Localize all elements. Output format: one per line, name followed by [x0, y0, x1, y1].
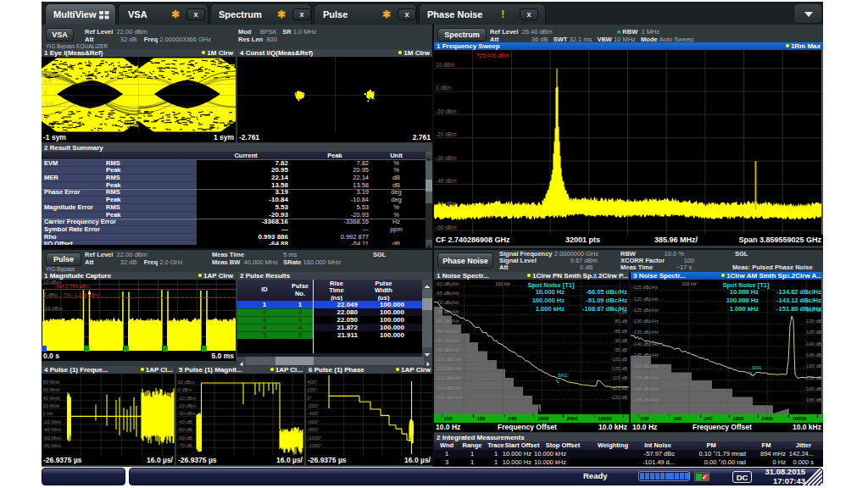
svg-text:0°: 0° [308, 396, 313, 401]
svg-text:-60 dBc/Hz: -60 dBc/Hz [436, 281, 459, 286]
svg-text:-40 MHz: -40 MHz [43, 427, 62, 432]
svg-text:-60 dB: -60 dB [178, 435, 192, 441]
svg-text:-60 dBm: -60 dBm [436, 225, 457, 230]
svg-text:-160 dB: -160 dB [804, 386, 821, 391]
svg-text:-130 dBc/Hz: -130 dBc/Hz [632, 319, 659, 324]
svg-text:-151.80 dBc/Hz: -151.80 dBc/Hz [776, 305, 821, 313]
svg-text:-1000°: -1000° [308, 435, 322, 441]
svg-text:10.000 Hz: 10.000 Hz [730, 288, 759, 296]
svg-text:-20 dBm: -20 dBm [178, 403, 197, 408]
svg-text:-165 dBc/Hz: -165 dBc/Hz [632, 397, 659, 402]
svg-text:-130 dB: -130 dB [804, 319, 821, 324]
svg-text:-85 dB: -85 dB [614, 329, 628, 334]
svg-text:-66.05 dBc/Hz: -66.05 dBc/Hz [586, 288, 627, 296]
svg-text:-145 dBc/Hz: -145 dBc/Hz [632, 352, 659, 358]
svg-text:-120 dB: -120 dB [610, 395, 627, 400]
svg-text:-60 MHz: -60 MHz [43, 435, 62, 441]
svg-text:-0.5: -0.5 [44, 101, 53, 106]
svg-text:-110 dB: -110 dB [611, 375, 627, 380]
svg-text:-120 dBc/Hz: -120 dBc/Hz [436, 395, 462, 400]
svg-text:-95 dB: -95 dB [614, 347, 628, 352]
svg-text:-140 dBc/Hz: -140 dBc/Hz [632, 341, 659, 347]
svg-text:-600°: -600° [308, 419, 320, 424]
svg-text:-20 MHz: -20 MHz [43, 419, 62, 424]
svg-text:10.000 Hz: 10.000 Hz [536, 288, 565, 296]
svg-text:-105 dBc/Hz: -105 dBc/Hz [436, 366, 462, 371]
svg-text:-108.67 dBc/Hz: -108.67 dBc/Hz [582, 305, 627, 313]
svg-text:-1200°: -1200° [308, 443, 322, 448]
svg-text:-30 dBm: -30 dBm [436, 155, 457, 161]
svg-text:100.000 Hz: 100.000 Hz [726, 297, 760, 304]
svg-text:-90 dBc/Hz: -90 dBc/Hz [436, 338, 459, 343]
svg-text:-115 dBc/Hz: -115 dBc/Hz [436, 385, 462, 391]
svg-text:-135 dB: -135 dB [804, 330, 821, 335]
svg-text:-100 dBc/Hz: -100 dBc/Hz [436, 357, 462, 362]
svg-text:-165 dB: -165 dB [804, 397, 821, 402]
svg-text:400°: 400° [308, 380, 318, 385]
svg-text:-100 dB: -100 dB [610, 357, 627, 362]
svg-text:Thr -1.216 dBm: Thr -1.216 dBm [64, 292, 99, 297]
svg-text:Ref 0.794 dBm: Ref 0.794 dBm [56, 284, 90, 289]
svg-text:0 dBm: 0 dBm [178, 387, 192, 392]
svg-text:-80 dBc/Hz: -80 dBc/Hz [436, 319, 459, 324]
svg-text:SN1: SN1 [752, 365, 762, 370]
svg-text:0 Hz: 0 Hz [43, 411, 53, 416]
svg-text:10 dBm: 10 dBm [178, 380, 195, 385]
svg-text:-30 dBm: -30 dBm [178, 411, 197, 416]
svg-text:200°: 200° [308, 387, 318, 392]
svg-text:-115 dBc/Hz: -115 dBc/Hz [632, 285, 659, 290]
svg-text:-10 dBm: -10 dBm [178, 396, 197, 401]
svg-text:-40 dB: -40 dB [178, 419, 192, 424]
svg-text:-91.09 dBc/Hz: -91.09 dBc/Hz [586, 297, 627, 304]
svg-text:-80 MHz: -80 MHz [43, 443, 62, 448]
svg-text:-75 dBc/Hz: -75 dBc/Hz [436, 309, 459, 314]
svg-text:-150 dB: -150 dB [804, 363, 821, 369]
svg-text:60 MHz: 60 MHz [43, 387, 60, 392]
svg-text:-145 dB: -145 dB [804, 352, 821, 358]
svg-text:100 Hz: 100 Hz [682, 281, 697, 286]
svg-text:-70 dB: -70 dB [178, 443, 192, 448]
svg-text:-120 dBc/Hz: -120 dBc/Hz [632, 297, 659, 302]
svg-text:-160 dBc/Hz: -160 dBc/Hz [632, 386, 659, 391]
svg-text:0.5: 0.5 [44, 79, 52, 84]
svg-text:-143.12 dBc/Hz: -143.12 dBc/Hz [776, 297, 821, 304]
svg-text:-10 dBm: -10 dBm [436, 108, 457, 114]
svg-text:100.000 Hz: 100.000 Hz [532, 297, 565, 304]
svg-text:-90 dB: -90 dB [614, 338, 628, 343]
svg-text:-400°: -400° [308, 411, 320, 416]
svg-text:-110 dBc/Hz: -110 dBc/Hz [436, 375, 462, 380]
svg-text:-200°: -200° [308, 403, 320, 408]
svg-text:-135 dBc/Hz: -135 dBc/Hz [632, 330, 659, 335]
svg-text:*25.406 dBm: *25.406 dBm [477, 53, 509, 58]
svg-text:100 Hz: 100 Hz [495, 281, 510, 286]
svg-text:-50 dB: -50 dB [178, 427, 192, 432]
svg-text:-140 dB: -140 dB [804, 341, 821, 347]
svg-text:-125 dBc/Hz: -125 dBc/Hz [632, 308, 659, 313]
svg-text:10 dBm: 10 dBm [436, 62, 454, 68]
svg-text:-20 dBm: -20 dBm [436, 131, 457, 137]
svg-text:-134.82 dBc/Hz: -134.82 dBc/Hz [776, 288, 821, 296]
svg-text:0 dBm: 0 dBm [436, 85, 452, 91]
svg-text:-800°: -800° [308, 427, 320, 432]
svg-text:-40 dBm: -40 dBm [436, 178, 457, 184]
svg-text:SN1: SN1 [558, 373, 568, 378]
svg-text:80 MHz: 80 MHz [43, 380, 60, 385]
svg-text:-155 dBc/Hz: -155 dBc/Hz [632, 375, 659, 380]
svg-text:-85 dBc/Hz: -85 dBc/Hz [436, 329, 459, 334]
svg-text:1.000 kHz: 1.000 kHz [536, 305, 565, 313]
svg-text:-150 dBc/Hz: -150 dBc/Hz [632, 363, 659, 369]
svg-text:1.000 kHz: 1.000 kHz [730, 305, 759, 313]
svg-text:-80 dB: -80 dB [614, 319, 628, 324]
svg-text:-10 dBm: -10 dBm [43, 306, 63, 311]
svg-text:40 MHz: 40 MHz [43, 396, 60, 401]
svg-text:-105 dB: -105 dB [610, 366, 627, 371]
svg-text:0 dBm: 0 dBm [43, 292, 58, 297]
svg-text:-65 dBc/Hz: -65 dBc/Hz [436, 291, 459, 296]
svg-text:20 MHz: 20 MHz [43, 403, 60, 408]
svg-text:-95 dBc/Hz: -95 dBc/Hz [436, 347, 459, 352]
